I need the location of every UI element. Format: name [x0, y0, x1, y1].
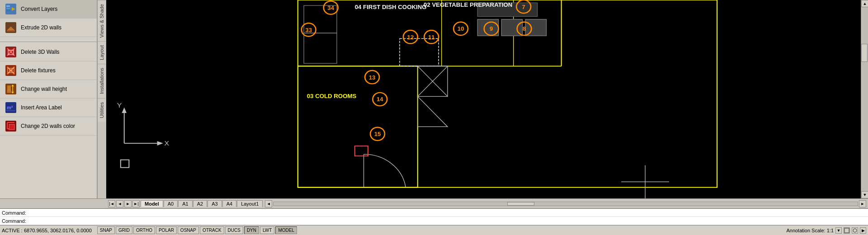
tab-nav-next[interactable]: ► [124, 200, 132, 207]
svg-text:Y: Y [117, 101, 122, 108]
command-line-2: Command: [0, 217, 868, 225]
status-btn-dyn[interactable]: DYN [244, 226, 259, 234]
convert-icon [5, 3, 17, 15]
cad-canvas-area[interactable]: Y X 04 FIRST DISH COOKING 02 VEGETABLE P… [106, 0, 861, 198]
svg-rect-19 [7, 85, 11, 90]
sidebar-item-label-delete3d: Delete 3D Walls [21, 49, 60, 55]
svg-text:9: 9 [490, 26, 493, 32]
svg-text:15: 15 [374, 131, 381, 137]
toolbar-btn-2[interactable] [852, 227, 858, 234]
sidebar-item-label-extrude: Extrude 2D walls [21, 24, 61, 31]
vtab-layout[interactable]: Layout [98, 41, 106, 64]
annotation-scale-dropdown[interactable]: ▼ [835, 227, 842, 234]
svg-text:33: 33 [305, 27, 312, 33]
insertlabel-icon: m² [5, 101, 17, 114]
tab-a3[interactable]: A3 [208, 200, 222, 207]
svg-point-86 [853, 229, 857, 232]
sidebar-item-label-convert-layers: Convert Layers [21, 6, 57, 12]
tab-a1[interactable]: A1 [178, 200, 192, 207]
command-input-2[interactable] [26, 218, 866, 224]
status-btn-osnap[interactable]: OSNAP [178, 226, 199, 234]
sidebar-item-convert-layers[interactable]: Convert Layers [0, 0, 97, 19]
toolbar-btn-3[interactable]: ▶ [860, 227, 866, 234]
deletef-icon [5, 64, 17, 77]
status-btn-otrack[interactable]: OTRACK [200, 226, 224, 234]
status-btn-snap[interactable]: SNAP [97, 226, 115, 234]
svg-rect-7 [7, 30, 15, 32]
status-btn-polar[interactable]: POLAR [156, 226, 177, 234]
tab-nav-first[interactable]: |◄ [108, 200, 115, 207]
cad-drawing: Y X 04 FIRST DISH COOKING 02 VEGETABLE P… [106, 0, 861, 198]
sidebar: Convert Layers Extrude 2D walls [0, 0, 97, 198]
sidebar-item-change-wall-height[interactable]: Change wall height [0, 80, 97, 99]
sidebar-item-insert-area-label[interactable]: m² Insert Area Label [0, 99, 97, 117]
sidebar-item-label-changewall: Change wall height [21, 86, 67, 92]
svg-rect-16 [9, 70, 13, 71]
vscroll-up-button[interactable]: ▲ [861, 0, 868, 7]
svg-text:04 FIRST DISH COOKING: 04 FIRST DISH COOKING [355, 4, 427, 10]
hscroll-left-button[interactable]: ◄ [265, 200, 272, 207]
toolbar-btn-1[interactable] [844, 227, 850, 234]
sidebar-item-delete-fixtures[interactable]: Delete fixtures [0, 61, 97, 80]
svg-text:34: 34 [327, 5, 334, 11]
svg-text:m²: m² [7, 105, 13, 110]
hscroll-area: ◄ ► [265, 200, 866, 207]
changewall-icon [5, 83, 17, 95]
extrude-icon [5, 21, 17, 34]
svg-text:12: 12 [407, 34, 414, 40]
status-right: Annotation Scale: 1:1 ▼ ▶ [786, 227, 866, 234]
sidebar-item-label-change2d: Change 2D walls color [21, 123, 75, 129]
status-btn-grid[interactable]: GRID [116, 226, 132, 234]
tabs-bar: |◄ ◄ ► ►| Model A0 A1 A2 A3 A4 Layout1 ◄… [0, 198, 868, 208]
vtab-utilities[interactable]: Utilities [98, 98, 106, 122]
sidebar-item-delete-3d-walls[interactable]: Delete 3D Walls [0, 43, 97, 61]
svg-text:03 COLD ROOMS: 03 COLD ROOMS [307, 93, 357, 99]
svg-text:13: 13 [369, 74, 376, 80]
delete3d-icon [5, 46, 17, 58]
tab-nav-last[interactable]: ►| [132, 200, 140, 207]
hscroll-thumb[interactable] [507, 202, 534, 206]
svg-rect-30 [9, 124, 14, 130]
tab-a2[interactable]: A2 [193, 200, 207, 207]
app-container: Convert Layers Extrude 2D walls [0, 0, 868, 235]
svg-text:7: 7 [522, 4, 525, 10]
tab-a4[interactable]: A4 [222, 200, 236, 207]
sidebar-item-extrude-2d-walls[interactable]: Extrude 2D walls [0, 19, 97, 37]
svg-text:8: 8 [523, 26, 526, 32]
status-buttons: SNAP GRID ORTHO POLAR OSNAP OTRACK DUCS … [97, 226, 297, 234]
right-scrollbar: ▲ ▼ [861, 0, 868, 198]
annotation-scale-label: Annotation Scale: 1:1 [786, 228, 834, 233]
status-btn-lwt[interactable]: LWT [260, 226, 274, 234]
status-btn-ortho[interactable]: ORTHO [133, 226, 155, 234]
tab-model[interactable]: Model [141, 200, 163, 207]
vertical-tabs: Views & Shade Layout Installations Utili… [97, 0, 106, 198]
status-coords: 6870.9655, 3062.0176, 0.0000 [24, 228, 92, 233]
vtab-views-shade[interactable]: Views & Shade [98, 0, 106, 41]
sidebar-item-label-insertlabel: Insert Area Label [21, 104, 62, 111]
vtab-installations[interactable]: Installations [98, 64, 106, 98]
main-area: Convert Layers Extrude 2D walls [0, 0, 868, 198]
vscroll-down-button[interactable]: ▼ [861, 191, 868, 198]
command-line-1: Command: [0, 209, 868, 217]
svg-rect-85 [844, 228, 849, 233]
tab-a0[interactable]: A0 [164, 200, 178, 207]
status-btn-model[interactable]: MODEL [275, 226, 297, 234]
svg-rect-1 [6, 5, 10, 7]
svg-rect-2 [6, 8, 10, 9]
svg-text:14: 14 [377, 96, 383, 103]
command-area: Command: Command: [0, 208, 868, 225]
svg-rect-39 [477, 19, 498, 36]
sidebar-sep1 [0, 37, 97, 41]
sidebar-item-label-deletef: Delete fixtures [21, 67, 56, 74]
svg-rect-18 [7, 90, 11, 93]
command-input-1[interactable] [26, 210, 866, 216]
command-label-1: Command: [2, 210, 26, 216]
tab-layout1[interactable]: Layout1 [237, 200, 263, 207]
svg-text:11: 11 [428, 34, 435, 40]
status-bar: ACTIVE : 6870.9655, 3062.0176, 0.0000 SN… [0, 225, 868, 235]
hscroll-right-button[interactable]: ► [859, 200, 866, 207]
tab-nav-prev[interactable]: ◄ [116, 200, 123, 207]
status-btn-ducs[interactable]: DUCS [225, 226, 243, 234]
vscroll-thumb[interactable] [861, 44, 868, 62]
sidebar-item-change-2d-walls-color[interactable]: Change 2D walls color [0, 117, 97, 136]
